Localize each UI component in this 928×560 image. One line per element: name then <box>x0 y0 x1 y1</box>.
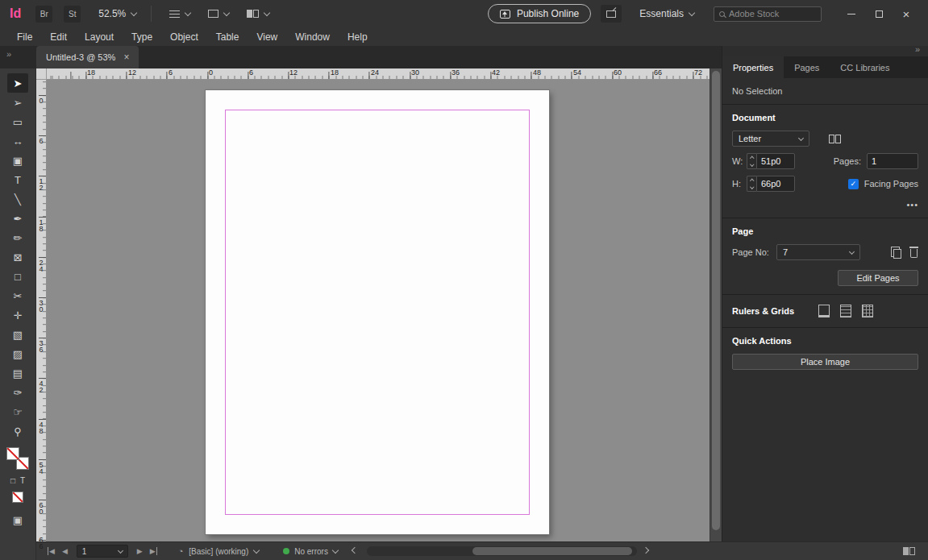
last-page-icon[interactable]: ▶ <box>150 547 157 555</box>
rectangle-frame-tool[interactable]: ⊠ <box>7 247 28 267</box>
gap-tool[interactable]: ↔ <box>7 131 28 151</box>
free-transform-tool[interactable]: ✛ <box>7 305 28 325</box>
canvas-area[interactable] <box>47 80 710 541</box>
menu-layout[interactable]: Layout <box>76 31 123 43</box>
pen-tool[interactable]: ✒ <box>7 209 28 228</box>
gradient-swatch-tool[interactable]: ▧ <box>7 325 28 344</box>
menu-view[interactable]: View <box>248 31 286 43</box>
vruler-label: 54 <box>37 461 45 474</box>
document-page[interactable] <box>206 90 549 534</box>
bridge-button[interactable]: Br <box>35 6 52 23</box>
height-field[interactable] <box>756 176 795 192</box>
document-grid-icon[interactable] <box>862 305 873 317</box>
menu-help[interactable]: Help <box>339 31 377 43</box>
type-tool[interactable]: T <box>7 170 28 189</box>
horizontal-ruler[interactable]: 18 12 6 0 6 12 18 24 30 36 42 48 54 60 6… <box>47 68 710 80</box>
pages-field[interactable] <box>867 153 918 169</box>
horizontal-scrollbar-thumb[interactable] <box>472 547 632 555</box>
document-tab[interactable]: Untitled-3 @ 53% × <box>36 46 139 68</box>
next-page-icon[interactable]: ▶ <box>137 547 143 555</box>
screen-mode-toggle-icon[interactable]: ▣ <box>13 514 23 526</box>
search-input[interactable] <box>729 9 816 19</box>
fill-swatch[interactable] <box>6 447 19 460</box>
horizontal-scrollbar[interactable] <box>367 546 637 556</box>
height-stepper[interactable] <box>747 176 756 192</box>
orientation-landscape-button[interactable] <box>829 135 841 143</box>
baseline-grid-icon[interactable] <box>840 305 851 317</box>
document-section-header: Document <box>732 113 918 122</box>
stroke-presets-dropdown[interactable] <box>169 10 190 18</box>
menu-file[interactable]: File <box>8 31 41 43</box>
preflight-menu[interactable]: ◔ [Basic] (working) <box>178 546 260 556</box>
first-page-icon[interactable]: ◀ <box>48 547 55 555</box>
page-no-select[interactable]: 7 <box>776 244 860 260</box>
width-field[interactable] <box>756 153 795 169</box>
facing-pages-checkbox[interactable]: ✓ <box>848 179 859 189</box>
view-options-dropdown[interactable] <box>208 10 229 18</box>
tab-properties[interactable]: Properties <box>722 56 784 78</box>
gradient-feather-tool[interactable]: ▨ <box>7 344 28 363</box>
edit-pages-button[interactable]: Edit Pages <box>838 270 918 286</box>
vertical-ruler[interactable]: 0 6 12 18 24 30 36 42 48 54 60 66 <box>36 80 47 541</box>
selection-tool[interactable]: ➤ <box>7 73 28 93</box>
tab-cc-libraries[interactable]: CC Libraries <box>830 56 900 78</box>
workspace-switcher[interactable]: Essentials <box>639 8 694 19</box>
menu-table[interactable]: Table <box>207 31 248 43</box>
adobe-stock-search[interactable] <box>714 6 822 22</box>
note-tool[interactable]: ▤ <box>7 363 28 383</box>
stock-button[interactable]: St <box>64 6 81 23</box>
menu-type[interactable]: Type <box>123 31 161 43</box>
preflight-icon: ◔ <box>178 546 184 556</box>
vertical-scrollbar[interactable] <box>710 68 722 541</box>
zoom-dropdown[interactable]: 52.5% <box>98 8 136 19</box>
spread-view-icon[interactable] <box>903 547 915 555</box>
hruler-label: 0 <box>209 68 213 77</box>
collapse-dock-icon[interactable]: » <box>915 44 920 54</box>
place-image-button[interactable]: Place Image <box>732 354 918 370</box>
rectangle-tool[interactable]: □ <box>7 267 28 286</box>
delete-page-icon[interactable] <box>909 247 918 257</box>
formatting-container-icon[interactable]: □ <box>10 476 15 485</box>
minimize-button[interactable] <box>838 2 865 25</box>
hand-tool[interactable]: ☞ <box>7 402 28 421</box>
maximize-button[interactable] <box>865 2 893 25</box>
menu-window[interactable]: Window <box>286 31 339 43</box>
chevron-down-icon <box>118 547 123 553</box>
page-number-dropdown[interactable]: 1 <box>77 545 128 558</box>
ruler-origin-corner[interactable] <box>36 68 47 80</box>
close-tab-icon[interactable]: × <box>123 52 129 63</box>
menu-object[interactable]: Object <box>161 31 207 43</box>
color-theme-tool[interactable]: ✑ <box>7 383 28 402</box>
vruler-label: 60 <box>37 501 45 514</box>
scroll-right-icon[interactable] <box>643 547 649 554</box>
hruler-label: 36 <box>452 68 460 77</box>
scissors-tool[interactable]: ✂ <box>7 286 28 305</box>
screen-mode-dropdown[interactable] <box>247 10 269 18</box>
line-tool[interactable]: ╲ <box>7 189 28 209</box>
pencil-tool[interactable]: ✏ <box>7 228 28 247</box>
width-stepper[interactable] <box>747 153 756 169</box>
add-page-icon[interactable] <box>891 247 900 257</box>
close-button[interactable]: × <box>893 2 920 25</box>
previous-page-icon[interactable]: ◀ <box>62 547 68 555</box>
preflight-status-menu[interactable]: No errors <box>283 547 338 556</box>
apply-none-swatch[interactable] <box>12 492 23 503</box>
fill-stroke-swatches[interactable] <box>6 447 29 470</box>
share-button[interactable] <box>601 5 622 23</box>
publish-online-button[interactable]: Publish Online <box>488 4 591 23</box>
page-tool[interactable]: ▭ <box>7 112 28 131</box>
content-collector-tool[interactable]: ▣ <box>7 151 28 170</box>
formatting-text-icon[interactable]: T <box>20 476 25 485</box>
vertical-scrollbar-thumb[interactable] <box>712 71 720 530</box>
tab-pages[interactable]: Pages <box>784 56 830 78</box>
menu-edit[interactable]: Edit <box>41 31 76 43</box>
page-size-select[interactable]: Letter <box>732 131 809 147</box>
scroll-left-icon[interactable] <box>352 547 358 554</box>
ruler-units-icon[interactable] <box>818 305 830 317</box>
expand-dock-icon[interactable]: » <box>6 49 11 59</box>
zoom-tool[interactable]: ⚲ <box>7 421 28 441</box>
more-options-icon[interactable]: ••• <box>906 200 918 209</box>
no-errors-indicator <box>283 548 289 554</box>
search-icon <box>719 11 725 17</box>
direct-selection-tool[interactable]: ➢ <box>7 93 28 112</box>
